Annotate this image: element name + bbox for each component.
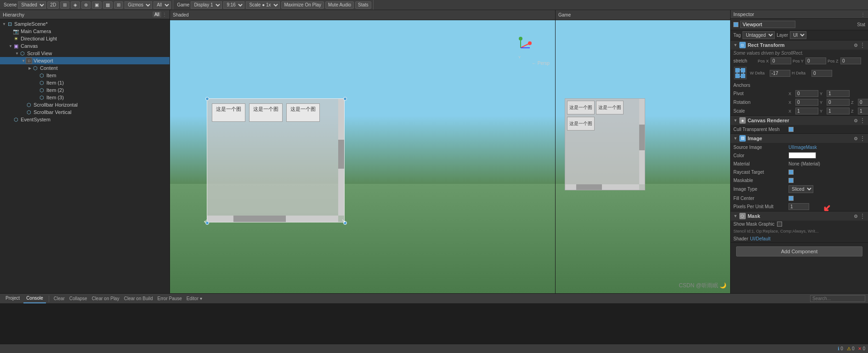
error-pause-btn[interactable]: Error Pause xyxy=(156,296,184,302)
game-view[interactable]: 这是一个图 这是一个图 这是一个图 xyxy=(556,20,730,293)
raycast-checkbox[interactable] xyxy=(789,170,794,175)
gizmo4[interactable]: ▦ xyxy=(103,1,113,9)
color-swatch[interactable] xyxy=(789,152,816,159)
anchor-svg[interactable] xyxy=(733,66,747,80)
posx-input[interactable] xyxy=(771,57,791,64)
cr-settings[interactable]: ⚙ xyxy=(854,118,858,123)
cr-menu[interactable]: ⋮ xyxy=(860,117,865,124)
tree-item-item1[interactable]: ▶ ⬡ Item (1) xyxy=(0,79,170,86)
blue-dot-tl[interactable] xyxy=(205,97,209,101)
ppu-input[interactable] xyxy=(789,203,809,210)
scale-dropdown[interactable]: Scale ● 1x xyxy=(246,1,280,9)
layer-dropdown[interactable]: UI xyxy=(790,31,806,39)
tree-item-scrollview[interactable]: ▼ ⬡ Scroll View xyxy=(0,50,170,57)
tree-item-dirlight[interactable]: ▶ ☀ Directional Light xyxy=(0,35,170,42)
scrollbar-h-thumb[interactable] xyxy=(233,216,286,222)
clear-on-build-btn[interactable]: Clear on Build xyxy=(122,296,155,302)
source-image-value[interactable]: UIImageMask xyxy=(789,145,817,150)
clear-btn[interactable]: Clear xyxy=(52,296,67,302)
tree-arrow-scrollview[interactable]: ▼ xyxy=(15,51,19,56)
tree-item-eventsystem[interactable]: ▶ ⬡ EventSystem xyxy=(0,116,170,123)
display-dropdown[interactable]: Display 1 xyxy=(191,1,222,9)
2d-button[interactable]: 2D xyxy=(47,1,59,9)
rect-transform-header[interactable]: ▼ ⊡ Rect Transform ⚙ ⋮ xyxy=(731,40,868,50)
ratio-dropdown[interactable]: 9:16 xyxy=(223,1,244,9)
obj-active-checkbox[interactable] xyxy=(733,22,738,27)
blue-dot-tr[interactable] xyxy=(343,97,347,101)
tree-item-canvas[interactable]: ▼ ▣ Canvas xyxy=(0,42,170,50)
rect-menu[interactable]: ⋮ xyxy=(860,42,865,48)
canvas-renderer-header[interactable]: ▼ ◈ Canvas Renderer ⚙ ⋮ xyxy=(731,116,868,125)
game-scrollbar-h[interactable] xyxy=(565,184,639,190)
maskable-checkbox[interactable] xyxy=(789,178,794,183)
image-type-select[interactable]: Sliced xyxy=(789,185,813,193)
tree-arrow-canvas[interactable]: ▼ xyxy=(8,44,13,48)
scale-x-input[interactable] xyxy=(795,108,818,114)
game-scrollbar-h-thumb[interactable] xyxy=(576,184,602,190)
mask-menu[interactable]: ⋮ xyxy=(860,213,865,219)
scene-tab-label[interactable]: Scene xyxy=(4,2,17,7)
tree-item-item3[interactable]: ▶ ⬡ Item (3) xyxy=(0,94,170,101)
console-tab[interactable]: Console xyxy=(23,294,46,303)
img-menu[interactable]: ⋮ xyxy=(860,135,865,142)
mute-btn[interactable]: Mute Audio xyxy=(325,1,354,9)
image-header[interactable]: ▼ 🖼 Image ⚙ ⋮ xyxy=(731,134,868,143)
fill-center-checkbox[interactable] xyxy=(789,196,794,201)
scrollbar-vertical[interactable] xyxy=(338,99,344,216)
gizmo3[interactable]: ▣ xyxy=(92,1,102,9)
project-tab[interactable]: Project xyxy=(3,294,23,303)
img-settings[interactable]: ⚙ xyxy=(854,136,858,141)
mask-header[interactable]: ▼ ⬡ Mask ⚙ ⋮ xyxy=(731,211,868,221)
all-dropdown[interactable]: All xyxy=(153,1,171,9)
tree-arrow-viewport[interactable]: ▼ xyxy=(21,59,26,63)
scrollbar-v-thumb[interactable] xyxy=(338,140,344,169)
editor-dropdown-btn[interactable]: Editor ▾ xyxy=(185,296,204,302)
rot-x-input[interactable] xyxy=(795,99,818,106)
console-search[interactable] xyxy=(810,295,865,302)
tree-arrow-content[interactable]: ▶ xyxy=(28,66,32,70)
tree-item-scrollbar-v[interactable]: ▶ ⬡ Scrollbar Vertical xyxy=(0,108,170,116)
shaded-dropdown[interactable]: Shaded xyxy=(18,1,46,9)
game-scrollbar-v[interactable] xyxy=(639,99,645,184)
hdelta-input[interactable] xyxy=(811,70,832,77)
tree-item-scrollbar-h[interactable]: ▶ ⬡ Scrollbar Horizontal xyxy=(0,101,170,108)
hierarchy-menu-icon[interactable]: ⋮ xyxy=(162,12,167,17)
pivot-x-input[interactable] xyxy=(795,90,818,97)
posy-input[interactable] xyxy=(806,57,826,64)
clear-on-play-btn[interactable]: Clear on Play xyxy=(90,296,121,302)
hierarchy-all-tab[interactable]: All xyxy=(153,11,161,17)
maximize-btn[interactable]: Maximize On Play xyxy=(281,1,324,9)
game-scrollbar-v-thumb[interactable] xyxy=(639,125,645,150)
shader-value[interactable]: UI/Default xyxy=(750,236,770,241)
collapse-btn[interactable]: Collapse xyxy=(68,296,89,302)
inspector-menu[interactable]: ⋮ xyxy=(861,12,865,17)
add-component-button[interactable]: Add Component xyxy=(736,246,862,256)
posz-input[interactable] xyxy=(840,57,861,64)
tree-item-maincamera[interactable]: ▶ 📷 Main Camera xyxy=(0,28,170,35)
tree-item-viewport[interactable]: ▼ □ Viewport xyxy=(0,57,170,64)
rot-z-input[interactable] xyxy=(858,99,868,106)
gizmo1[interactable]: ◈ xyxy=(71,1,80,9)
gizmo5[interactable]: ⊞ xyxy=(114,1,123,9)
wdelta-input[interactable] xyxy=(770,70,790,77)
tree-item-item[interactable]: ▶ ⬡ Item xyxy=(0,72,170,79)
rot-y-input[interactable] xyxy=(827,99,850,106)
tree-item-item2[interactable]: ▶ ⬡ Item (2) xyxy=(0,86,170,94)
stats-btn[interactable]: Stats xyxy=(355,1,371,9)
scene-view[interactable]: Y ← Persp 这是一个图 这是一个图 这是一个图 xyxy=(170,20,555,293)
tag-dropdown[interactable]: Untagged xyxy=(743,31,775,39)
scale-z-input[interactable] xyxy=(858,108,868,114)
scale-y-input[interactable] xyxy=(827,108,850,114)
gizmo2[interactable]: ⊕ xyxy=(81,1,91,9)
pivot-y-input[interactable] xyxy=(827,90,850,97)
obj-name-input[interactable] xyxy=(740,21,795,28)
rect-settings[interactable]: ⚙ xyxy=(854,43,858,48)
gizmos-dropdown[interactable]: Gizmos xyxy=(125,1,152,9)
cull-checkbox[interactable] xyxy=(789,127,794,132)
tree-arrow-samplescene[interactable]: ▼ xyxy=(2,22,6,26)
tree-item-content[interactable]: ▶ ⬡ Content xyxy=(0,64,170,72)
game-tab-label[interactable]: Game xyxy=(177,2,189,7)
hierarchy-content[interactable]: ▼ ⊡ SampleScene* ▶ 📷 Main Camera ▶ ☀ Dir… xyxy=(0,19,170,293)
mask-settings[interactable]: ⚙ xyxy=(854,214,858,219)
persp-toggle[interactable]: ⊞ xyxy=(60,1,69,9)
